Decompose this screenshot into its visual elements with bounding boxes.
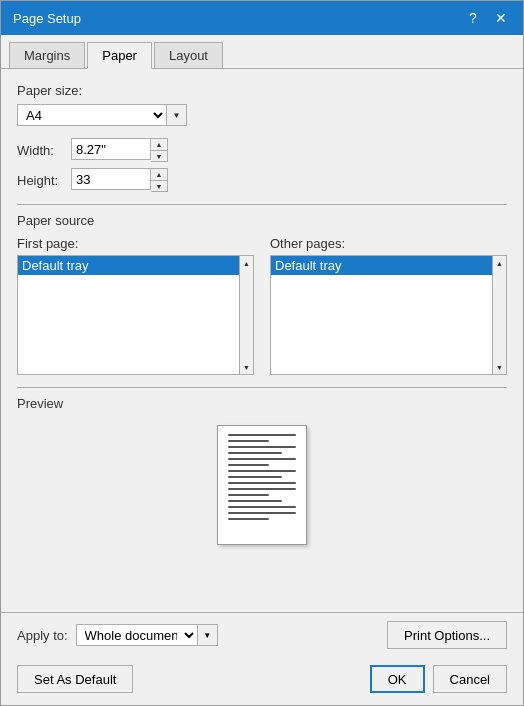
other-pages-scrollbar: ▲ ▼ <box>492 256 506 374</box>
height-input-group: ▲ ▼ <box>71 168 168 192</box>
other-pages-listbox[interactable]: Default tray ▲ ▼ <box>270 255 507 375</box>
close-button[interactable]: ✕ <box>491 8 511 28</box>
width-label: Width: <box>17 143 71 158</box>
height-label: Height: <box>17 173 71 188</box>
page-setup-dialog: Page Setup ? ✕ Margins Paper Layout Pape… <box>0 0 524 706</box>
preview-line-13 <box>228 506 296 508</box>
other-pages-label: Other pages: <box>270 236 507 251</box>
first-page-scrollbar: ▲ ▼ <box>239 256 253 374</box>
title-bar: Page Setup ? ✕ <box>1 1 523 35</box>
title-bar-buttons: ? ✕ <box>463 8 511 28</box>
paper-size-select[interactable]: A4 <box>18 105 166 125</box>
paper-size-label: Paper size: <box>17 83 507 98</box>
height-input[interactable] <box>71 168 151 190</box>
footer-row: Apply to: Whole document This point forw… <box>1 612 523 657</box>
preview-line-11 <box>228 494 269 496</box>
apply-to-select[interactable]: Whole document This point forward <box>77 624 197 646</box>
height-row: Height: ▲ ▼ <box>17 168 507 192</box>
width-input[interactable] <box>71 138 151 160</box>
apply-to-select-box[interactable]: Whole document This point forward ▼ <box>76 624 218 646</box>
first-page-listbox[interactable]: Default tray ▲ ▼ <box>17 255 254 375</box>
bottom-right: OK Cancel <box>370 665 507 693</box>
width-spinner: ▲ ▼ <box>151 138 168 162</box>
preview-line-6 <box>228 464 269 466</box>
preview-line-2 <box>228 440 269 442</box>
tab-margins[interactable]: Margins <box>9 42 85 69</box>
bottom-left: Set As Default <box>17 665 133 693</box>
preview-line-12 <box>228 500 282 502</box>
first-page-col: First page: Default tray ▲ ▼ <box>17 236 254 375</box>
separator-2 <box>17 387 507 388</box>
preview-line-3 <box>228 446 296 448</box>
first-page-scroll-up[interactable]: ▲ <box>240 256 254 270</box>
paper-size-dropdown-icon[interactable]: ▼ <box>166 105 186 125</box>
preview-section: Preview <box>17 396 507 555</box>
help-button[interactable]: ? <box>463 8 483 28</box>
paper-source-section: Paper source First page: Default tray ▲ … <box>17 213 507 375</box>
print-options-button[interactable]: Print Options... <box>387 621 507 649</box>
dialog-title: Page Setup <box>13 11 81 26</box>
other-pages-item-default-tray[interactable]: Default tray <box>271 256 492 275</box>
other-pages-scroll-down[interactable]: ▼ <box>493 360 507 374</box>
other-pages-scroll-up[interactable]: ▲ <box>493 256 507 270</box>
paper-size-group: A4 ▼ Width: ▲ ▼ Height: <box>17 104 507 192</box>
separator-1 <box>17 204 507 205</box>
main-content: Paper size: A4 ▼ Width: ▲ ▼ <box>1 69 523 612</box>
tab-paper[interactable]: Paper <box>87 42 152 69</box>
preview-line-5 <box>228 458 296 460</box>
preview-line-7 <box>228 470 296 472</box>
width-down-button[interactable]: ▼ <box>151 150 167 161</box>
preview-label: Preview <box>17 396 507 411</box>
first-page-label: First page: <box>17 236 254 251</box>
height-up-button[interactable]: ▲ <box>151 169 167 180</box>
tab-layout[interactable]: Layout <box>154 42 223 69</box>
preview-line-9 <box>228 482 296 484</box>
width-row: Width: ▲ ▼ <box>17 138 507 162</box>
width-up-button[interactable]: ▲ <box>151 139 167 150</box>
preview-area <box>17 415 507 555</box>
set-default-button[interactable]: Set As Default <box>17 665 133 693</box>
paper-source-label: Paper source <box>17 213 507 228</box>
preview-line-4 <box>228 452 282 454</box>
height-down-button[interactable]: ▼ <box>151 180 167 191</box>
first-page-scroll-down[interactable]: ▼ <box>240 360 254 374</box>
paper-source-columns: First page: Default tray ▲ ▼ Other pages… <box>17 236 507 375</box>
preview-line-14 <box>228 512 296 514</box>
cancel-button[interactable]: Cancel <box>433 665 507 693</box>
apply-to-label: Apply to: <box>17 628 68 643</box>
first-page-item-default-tray[interactable]: Default tray <box>18 256 239 275</box>
preview-line-1 <box>228 434 296 436</box>
height-spinner: ▲ ▼ <box>151 168 168 192</box>
paper-size-select-box[interactable]: A4 ▼ <box>17 104 187 126</box>
width-input-group: ▲ ▼ <box>71 138 168 162</box>
preview-line-8 <box>228 476 282 478</box>
bottom-buttons: Set As Default OK Cancel <box>1 657 523 705</box>
preview-line-15 <box>228 518 269 520</box>
other-pages-col: Other pages: Default tray ▲ ▼ <box>270 236 507 375</box>
page-preview <box>217 425 307 545</box>
tab-bar: Margins Paper Layout <box>1 35 523 69</box>
ok-button[interactable]: OK <box>370 665 425 693</box>
preview-line-10 <box>228 488 296 490</box>
apply-to-dropdown-icon[interactable]: ▼ <box>197 625 217 645</box>
